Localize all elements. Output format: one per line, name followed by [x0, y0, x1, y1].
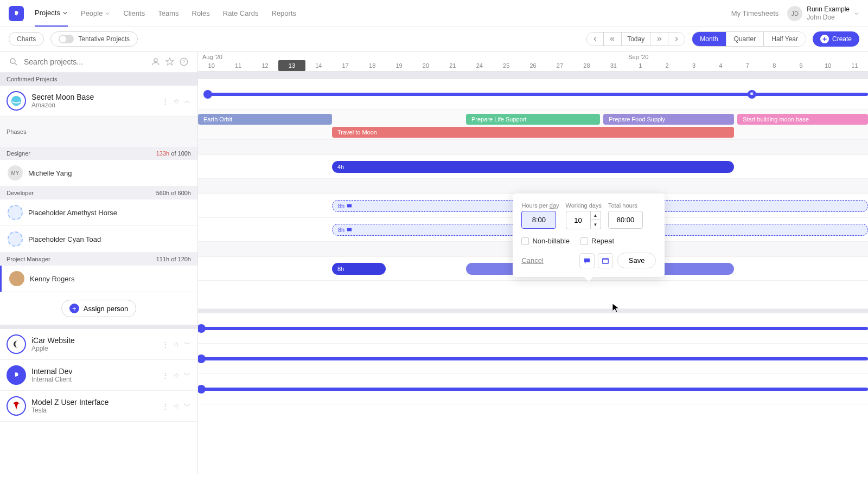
day-cell[interactable]: 24 [466, 60, 493, 71]
phase-life-support[interactable]: Prepare Life Support [466, 114, 600, 125]
search-input[interactable] [24, 57, 145, 66]
person-row-amethyst[interactable]: Placeholder Amethyst Horse [0, 199, 197, 226]
day-cell[interactable]: 2 [654, 60, 680, 71]
more-icon[interactable]: ⋮ [162, 97, 169, 105]
day-cell[interactable]: 9 [788, 60, 814, 71]
stepper-down-icon[interactable]: ▼ [591, 220, 601, 229]
day-cell[interactable]: 14 [305, 60, 332, 71]
star-icon[interactable]: ☆ [173, 371, 180, 379]
timeline-project-row[interactable] [198, 313, 868, 344]
hours-per-day-input[interactable] [521, 211, 556, 229]
day-cell[interactable]: 10 [814, 60, 841, 71]
timeline[interactable]: Aug '20 Sep '20 101112131417181920212425… [198, 51, 868, 474]
day-cell[interactable]: 7 [734, 60, 761, 71]
working-days-input[interactable] [566, 211, 591, 229]
day-cell[interactable]: 12 [252, 60, 278, 71]
period-half-year[interactable]: Half Year [764, 32, 806, 46]
project-row-internal[interactable]: Internal Dev Internal Client ⋮☆﹀ [0, 360, 197, 391]
person-row-kenny[interactable]: Kenny Rogers [0, 266, 197, 292]
stepper-up-icon[interactable]: ▲ [591, 211, 601, 220]
person-row-michelle[interactable]: MY Michelle Yang [0, 160, 197, 186]
phase-build-base[interactable]: Start building moon base [737, 114, 868, 125]
allocation-bar[interactable]: 8h [332, 263, 386, 275]
day-cell[interactable]: 3 [680, 60, 707, 71]
day-cell[interactable]: 25 [493, 60, 519, 71]
user-menu[interactable]: JD Runn Example John Doe [787, 5, 859, 21]
save-button[interactable]: Save [617, 253, 656, 268]
day-cell[interactable]: 21 [439, 60, 466, 71]
nav-clients[interactable]: Clients [123, 0, 145, 27]
collapse-icon[interactable]: ︿ [184, 96, 191, 106]
nav-teams[interactable]: Teams [158, 0, 178, 27]
total-hours-input[interactable] [608, 211, 643, 229]
star-icon[interactable]: ☆ [173, 97, 180, 105]
charts-button[interactable]: Charts [9, 32, 44, 46]
day-cell[interactable]: 8 [761, 60, 788, 71]
nav-people[interactable]: People [81, 0, 110, 27]
expand-icon[interactable]: ﹀ [184, 401, 191, 411]
day-cell[interactable]: 20 [412, 60, 439, 71]
day-cell[interactable]: 4 [707, 60, 734, 71]
milestone-flag-icon[interactable] [748, 90, 756, 99]
nav-reports[interactable]: Reports [272, 0, 297, 27]
person-filter-icon[interactable] [151, 57, 161, 67]
assign-person-button[interactable]: + Assign person [61, 300, 136, 317]
calendar-button[interactable] [598, 253, 613, 268]
timeline-phases-row[interactable]: Earth Orbit Prepare Life Support Prepare… [198, 109, 868, 140]
expand-icon[interactable]: ﹀ [184, 370, 191, 380]
prev-button[interactable] [587, 33, 604, 46]
day-cell[interactable]: 19 [386, 60, 412, 71]
day-cell[interactable]: 11 [841, 60, 868, 71]
allocation-bar[interactable]: 4h [332, 161, 734, 173]
next-button[interactable] [668, 33, 685, 46]
nav-roles[interactable]: Roles [192, 0, 210, 27]
nonbillable-checkbox[interactable]: Non-billable [521, 237, 570, 245]
sidebar: ? Confirmed Projects Secret Moon Base Am… [0, 51, 198, 474]
help-icon[interactable]: ? [179, 57, 189, 67]
more-icon[interactable]: ⋮ [162, 371, 169, 379]
project-row-moon[interactable]: Secret Moon Base Amazon ⋮ ☆ ︿ [0, 86, 197, 117]
note-button[interactable] [579, 253, 595, 268]
phase-travel-moon[interactable]: Travel to Moon [332, 127, 734, 138]
period-quarter[interactable]: Quarter [726, 32, 764, 46]
timeline-project-row[interactable] [198, 344, 868, 374]
star-filter-icon[interactable] [165, 57, 175, 67]
day-cell[interactable]: 1 [627, 60, 654, 71]
timeline-project-row[interactable] [198, 374, 868, 404]
create-button[interactable]: + Create [813, 31, 859, 47]
next-fast-button[interactable] [650, 33, 668, 46]
timeline-person-row[interactable]: 4h [198, 155, 868, 179]
day-cell[interactable]: 11 [225, 60, 251, 71]
person-row-cyan[interactable]: Placeholder Cyan Toad [0, 226, 197, 253]
day-cell[interactable]: 10 [198, 60, 225, 71]
expand-icon[interactable]: ﹀ [184, 339, 191, 349]
nav-projects[interactable]: Projects [35, 0, 68, 27]
period-month[interactable]: Month [692, 32, 726, 46]
toggle-switch[interactable] [59, 35, 74, 43]
star-icon[interactable]: ☆ [173, 402, 180, 410]
day-cell[interactable]: 27 [546, 60, 573, 71]
repeat-checkbox[interactable]: Repeat [580, 237, 614, 245]
phase-earth-orbit[interactable]: Earth Orbit [198, 114, 332, 125]
cancel-link[interactable]: Cancel [521, 256, 543, 265]
day-cell[interactable]: 17 [332, 60, 359, 71]
day-cell[interactable]: 26 [520, 60, 546, 71]
working-days-stepper[interactable]: ▲ ▼ [566, 211, 602, 229]
app-logo[interactable] [9, 6, 24, 21]
today-button[interactable]: Today [622, 33, 650, 46]
project-row-icar[interactable]: iCar Website Apple ⋮☆﹀ [0, 329, 197, 360]
phase-food-supply[interactable]: Prepare Food Supply [603, 114, 734, 125]
nav-rate-cards[interactable]: Rate Cards [223, 0, 259, 27]
day-cell[interactable]: 28 [573, 60, 600, 71]
day-cell[interactable]: 13 [278, 60, 305, 71]
day-cell[interactable]: 18 [359, 60, 385, 71]
tentative-toggle[interactable]: Tentative Projects [50, 31, 138, 47]
more-icon[interactable]: ⋮ [162, 402, 169, 410]
more-icon[interactable]: ⋮ [162, 340, 169, 349]
project-row-modelz[interactable]: Model Z User Interface Tesla ⋮☆﹀ [0, 391, 197, 422]
day-cell[interactable]: 31 [600, 60, 627, 71]
prev-fast-button[interactable] [604, 33, 622, 46]
my-timesheets-link[interactable]: My Timesheets [731, 9, 778, 17]
star-icon[interactable]: ☆ [173, 340, 180, 349]
timeline-project-row[interactable] [198, 79, 868, 109]
